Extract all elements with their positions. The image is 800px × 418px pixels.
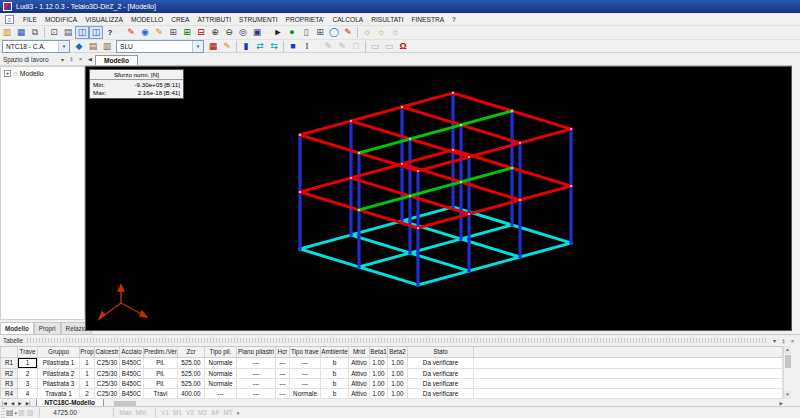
scroll-up-icon[interactable]: ▲: [784, 346, 791, 354]
norm-combobox[interactable]: NTC18 - C.A. ▾: [2, 40, 70, 53]
mesh-view-icon[interactable]: ◯: [327, 26, 341, 39]
cell-trave[interactable]: 1: [18, 357, 38, 368]
cell-prop[interactable]: 2: [80, 388, 95, 398]
col-header-tipo-trave[interactable]: Tipo trave: [290, 347, 321, 357]
print-table-icon[interactable]: ▤: [5, 408, 15, 417]
save-icon[interactable]: ▦: [14, 26, 28, 39]
scrollbar-thumb[interactable]: [114, 401, 136, 406]
table-row[interactable]: R3 3 Pilastrata 3 1 C25/30 B450C Pil. 52…: [1, 378, 783, 388]
col-header-ambiente[interactable]: Ambiente: [321, 347, 349, 357]
cell-mrid[interactable]: Attivo: [349, 357, 370, 368]
tab-scroll-left-icon[interactable]: ◀: [85, 54, 95, 65]
combination-combobox[interactable]: SLU ▾: [116, 40, 204, 53]
page-setup-icon[interactable]: ▤: [61, 26, 75, 39]
omega-icon[interactable]: Ω: [396, 40, 410, 53]
menu-help[interactable]: ?: [448, 14, 460, 25]
pin-icon[interactable]: ‡: [67, 56, 76, 62]
cell-stato[interactable]: Da verificare: [408, 378, 474, 388]
cell-prop[interactable]: 1: [80, 378, 95, 388]
col-header[interactable]: [1, 347, 18, 357]
row-id[interactable]: R4: [1, 388, 18, 398]
edit-combination-icon[interactable]: ✎: [220, 40, 234, 53]
cell-ambiente[interactable]: b: [321, 368, 349, 378]
chevron-down-icon[interactable]: ▾: [770, 337, 779, 344]
col-header-trave[interactable]: Trave: [18, 347, 38, 357]
close-icon[interactable]: ×: [788, 338, 797, 344]
verify-grid-icon[interactable]: ▦: [206, 40, 220, 53]
cell-zcr[interactable]: 525.00: [178, 368, 205, 378]
menu-modello[interactable]: MODELLO: [127, 14, 167, 25]
cell-trave[interactable]: 3: [18, 378, 38, 388]
max-button[interactable]: Max: [119, 409, 131, 416]
grid-remove-icon[interactable]: ⊟: [194, 26, 208, 39]
col-header-beta2[interactable]: Beta2: [388, 347, 408, 357]
row-id[interactable]: R2: [1, 368, 18, 378]
cell-hcr[interactable]: ---: [276, 378, 290, 388]
focused-cell[interactable]: 1: [18, 358, 37, 368]
col-header-beta1[interactable]: Beta1: [370, 347, 388, 357]
menu-file[interactable]: FILE: [19, 14, 41, 25]
edit-pencil-icon[interactable]: ✎: [124, 26, 138, 39]
globe-icon[interactable]: ◉: [138, 26, 152, 39]
table-view-icon[interactable]: ⊞: [313, 26, 327, 39]
cell-beta1[interactable]: 1.00: [370, 388, 388, 398]
cell-tipo-trave[interactable]: ---: [290, 368, 321, 378]
zoom-extents-icon[interactable]: ▣: [250, 26, 264, 39]
markup-icon[interactable]: ✎: [341, 26, 355, 39]
chevron-down-icon[interactable]: ▾: [58, 56, 67, 63]
cell-tipo-pil[interactable]: Normale: [205, 368, 237, 378]
cell-beta2[interactable]: 1.00: [388, 388, 408, 398]
open-icon[interactable]: ▥: [0, 26, 14, 39]
cell-piano[interactable]: ---: [237, 388, 276, 398]
component-v1-button[interactable]: V1: [161, 409, 169, 416]
cell-predim[interactable]: Pil.: [144, 357, 178, 368]
print-preview-icon[interactable]: ⊡: [47, 26, 61, 39]
draw-pencil-icon[interactable]: ✎: [152, 26, 166, 39]
cell-ambiente[interactable]: b: [321, 378, 349, 388]
cell-calcestr[interactable]: C25/30: [95, 388, 120, 398]
cell-acciaio[interactable]: B450C: [120, 368, 144, 378]
cell-beta2[interactable]: 1.00: [388, 368, 408, 378]
col-header-piano-pilastri[interactable]: Piano pilastri: [237, 347, 276, 357]
light-on-icon[interactable]: ☼: [360, 26, 374, 39]
cell-acciaio[interactable]: B450C: [120, 378, 144, 388]
cell-gruppo[interactable]: Travata 1: [38, 388, 80, 398]
overflow-chevron-icon[interactable]: ▾: [237, 410, 240, 416]
cell-tipo-pil[interactable]: Normale: [205, 357, 237, 368]
col-header-stato[interactable]: Stato: [408, 347, 474, 357]
mdi-document-icon[interactable]: ≡: [5, 15, 14, 24]
chevron-down-icon[interactable]: ▾: [192, 41, 203, 52]
cell-stato[interactable]: Da verificare: [408, 357, 474, 368]
row-id[interactable]: R1: [1, 357, 18, 368]
table-row[interactable]: R2 2 Pilastrata 2 1 C25/30 B450C Pil. 52…: [1, 368, 783, 378]
tree-item-modello[interactable]: + ⌂ Modello: [1, 67, 84, 77]
cell-hcr[interactable]: ---: [276, 368, 290, 378]
notebook-table-icon[interactable]: ▥: [100, 40, 114, 53]
col-header-calcestr[interactable]: Calcestr: [95, 347, 120, 357]
row-id[interactable]: R3: [1, 378, 18, 388]
col-header-acciaio[interactable]: Acciaio: [120, 347, 144, 357]
cell-gruppo[interactable]: Pilastrata 2: [38, 368, 80, 378]
cell-prop[interactable]: 1: [80, 357, 95, 368]
cell-stato[interactable]: Da verificare: [408, 388, 474, 398]
cell-tipo-trave[interactable]: ---: [290, 357, 321, 368]
copy-icon[interactable]: ⧉: [28, 26, 42, 39]
flow-right-icon[interactable]: ⇆: [267, 40, 281, 53]
viewport-tab-modello[interactable]: Modello: [95, 55, 138, 65]
light-off-icon[interactable]: ☼: [388, 26, 402, 39]
cell-gruppo[interactable]: Pilastrata 3: [38, 378, 80, 388]
col-header-predim[interactable]: Predim./Ver: [144, 347, 178, 357]
cell-trave[interactable]: 4: [18, 388, 38, 398]
cell-predim[interactable]: Travi: [144, 388, 178, 398]
cell-mrid[interactable]: Attivo: [349, 378, 370, 388]
ibeam-icon[interactable]: I: [300, 40, 314, 53]
cell-piano[interactable]: ---: [237, 368, 276, 378]
sheet-nav-first-icon[interactable]: |◀: [0, 401, 9, 406]
cell-beta2[interactable]: 1.00: [388, 378, 408, 388]
cell-tipo-pil[interactable]: ---: [205, 388, 237, 398]
cell-stato[interactable]: Da verificare: [408, 368, 474, 378]
cell-calcestr[interactable]: C25/30: [95, 357, 120, 368]
menu-proprieta[interactable]: PROPRIETA': [282, 14, 329, 25]
min-button[interactable]: Min: [136, 409, 146, 416]
cell-mrid[interactable]: Attivo: [349, 388, 370, 398]
